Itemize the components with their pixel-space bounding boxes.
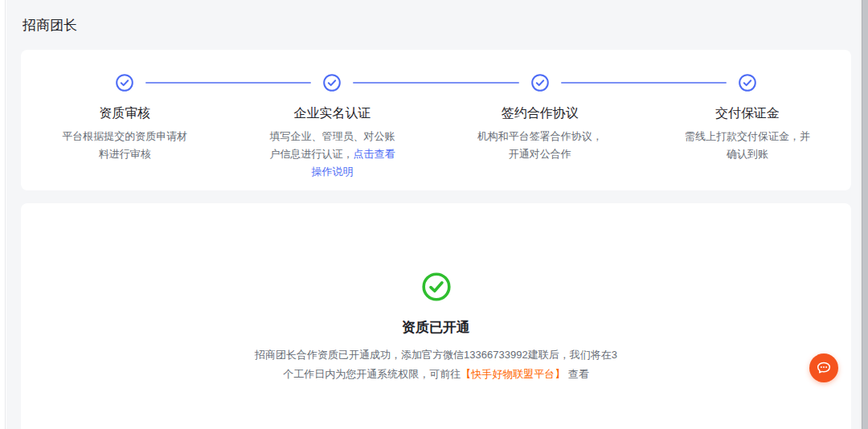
main-content: 招商团长 资质审核 平台根据提交的资质申请材料进行审核	[6, 0, 860, 429]
step-sign-agreement: 签约合作协议 机构和平台签署合作协议，开通对公合作	[436, 74, 644, 181]
step-description: 平台根据提交的资质申请材料进行审核	[58, 128, 191, 163]
step-title: 资质审核	[21, 104, 228, 122]
step-description: 填写企业、管理员、对公账户信息进行认证，点击查看操作说明	[265, 128, 399, 181]
step-pay-deposit: 交付保证金 需线上打款交付保证金，并确认到账	[644, 74, 851, 181]
check-circle-icon	[531, 74, 549, 92]
qualification-result-card: 资质已开通 招商团长合作资质已开通成功，添加官方微信13366733992建联后…	[21, 203, 851, 429]
step-enterprise-verification: 企业实名认证 填写企业、管理员、对公账户信息进行认证，点击查看操作说明	[228, 74, 436, 181]
chat-bubble-icon	[815, 359, 833, 377]
step-description: 需线上打款交付保证金，并确认到账	[681, 128, 814, 163]
customer-service-button[interactable]	[809, 353, 838, 382]
success-check-icon	[421, 272, 452, 305]
step-title: 签约合作协议	[436, 104, 644, 122]
step-description: 机构和平台签署合作协议，开通对公合作	[473, 128, 607, 163]
step-title: 交付保证金	[644, 104, 851, 122]
vertical-scrollbar[interactable]	[860, 0, 868, 429]
result-description: 招商团长合作资质已开通成功，添加官方微信13366733992建联后，我们将在3…	[255, 345, 618, 384]
result-title: 资质已开通	[21, 318, 851, 337]
scrollbar-thumb[interactable]	[862, 0, 868, 429]
page-title: 招商团长	[21, 16, 851, 35]
union-platform-link[interactable]: 【快手好物联盟平台】	[461, 368, 565, 380]
onboarding-stepper-card: 资质审核 平台根据提交的资质申请材料进行审核 企业实名认证 填写企业、管理员、对…	[21, 50, 851, 190]
check-circle-icon	[116, 74, 133, 92]
step-qualification-review: 资质审核 平台根据提交的资质申请材料进行审核	[21, 74, 228, 181]
check-circle-icon	[323, 74, 341, 92]
sidebar-edge	[0, 0, 6, 429]
result-description-suffix: 查看	[565, 368, 589, 380]
step-title: 企业实名认证	[228, 104, 436, 122]
check-circle-icon	[739, 74, 756, 92]
